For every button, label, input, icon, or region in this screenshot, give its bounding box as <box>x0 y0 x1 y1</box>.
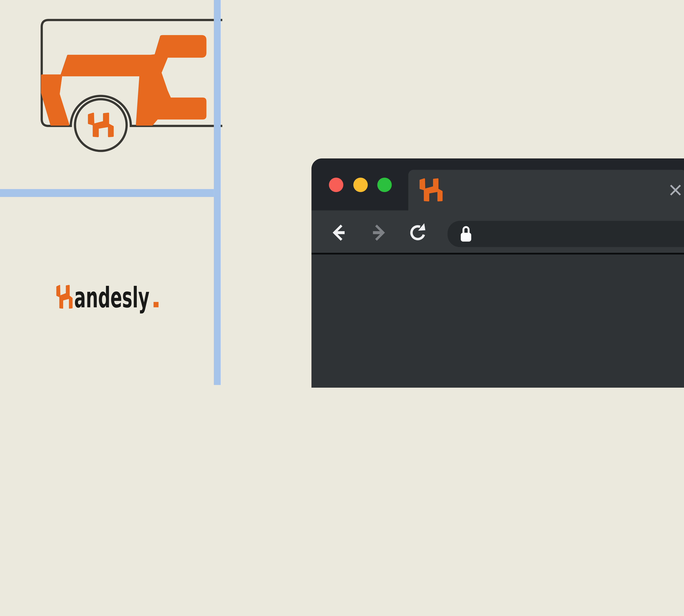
wordmark: andesly . <box>57 281 161 314</box>
toolbar-divider <box>312 253 684 255</box>
reload-icon[interactable] <box>407 222 428 243</box>
lock-icon <box>459 225 473 243</box>
window-zoom-button[interactable] <box>377 178 391 192</box>
grid-line-vertical <box>214 0 221 385</box>
wordmark-period: . <box>151 281 161 314</box>
browser-tab[interactable] <box>408 170 684 210</box>
window-titlebar <box>312 158 684 210</box>
brand-mockup-stage: andesly . <box>0 0 684 385</box>
url-bar[interactable] <box>448 221 684 247</box>
browser-toolbar <box>312 210 684 253</box>
brand-illustration: andesly . <box>0 0 222 385</box>
window-minimize-button[interactable] <box>353 178 367 192</box>
back-arrow-icon[interactable] <box>329 222 350 243</box>
close-icon[interactable] <box>670 184 681 196</box>
wordmark-text: andesly <box>74 281 150 314</box>
window-close-button[interactable] <box>329 178 343 192</box>
browser-window <box>312 158 684 388</box>
forward-arrow-icon[interactable] <box>367 222 388 243</box>
wordmark-h-icon <box>57 286 72 308</box>
grid-line-horizontal <box>0 189 214 197</box>
handesly-favicon-icon <box>420 178 442 201</box>
page-content-area <box>312 255 684 388</box>
